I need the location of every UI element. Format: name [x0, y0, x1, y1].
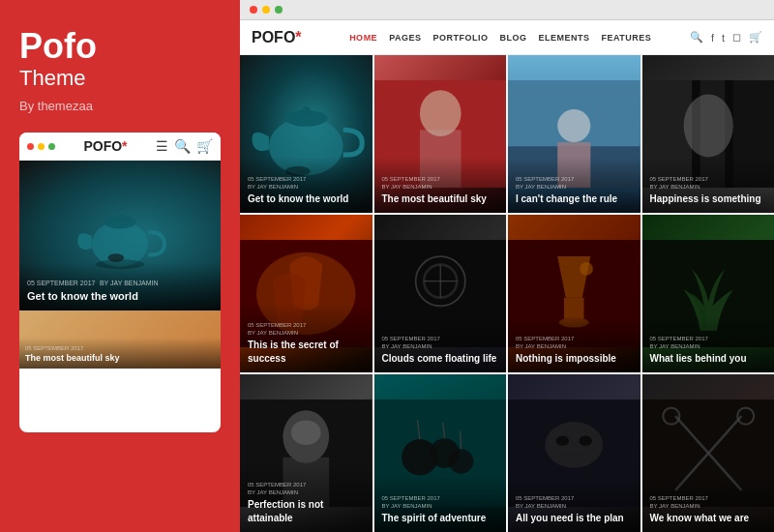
grid-item-10[interactable]: 05 SEPTEMBER 2017 BY JAY BENJAMIN All yo… [508, 374, 640, 532]
grid-date-11: 05 SEPTEMBER 2017 [650, 495, 767, 501]
browser-dot-green [275, 6, 283, 14]
grid-overlay-7: 05 SEPTEMBER 2017 BY JAY BENJAMIN What l… [642, 316, 775, 373]
grid-title-6: Nothing is impossible [516, 352, 633, 366]
browser-chrome [240, 0, 774, 20]
grid-date-7: 05 SEPTEMBER 2017 [650, 336, 767, 341]
grid-item-8[interactable]: 05 SEPTEMBER 2017 BY JAY BENJAMIN Perfec… [240, 374, 372, 532]
grid-overlay-11: 05 SEPTEMBER 2017 BY JAY BENJAMIN We kno… [642, 476, 775, 533]
grid-author-10: BY JAY BENJAMIN [516, 503, 633, 509]
grid-item-7[interactable]: 05 SEPTEMBER 2017 BY JAY BENJAMIN What l… [642, 215, 775, 372]
grid-item-9[interactable]: 05 SEPTEMBER 2017 BY JAY BENJAMIN The sp… [374, 374, 507, 532]
grid-date-1: 05 SEPTEMBER 2017 [382, 176, 499, 182]
instagram-icon[interactable]: ◻ [732, 31, 741, 44]
svg-point-2 [117, 214, 124, 221]
browser-dot-yellow [262, 6, 270, 14]
mobile-hero-author: BY JAY BENJAMIN [100, 280, 159, 286]
mobile-dots [27, 143, 55, 150]
site-logo: POFO* [252, 29, 302, 46]
grid-container: 05 SEPTEMBER 2017 BY JAY BENJAMIN Get to… [240, 55, 774, 532]
grid-item-11[interactable]: 05 SEPTEMBER 2017 BY JAY BENJAMIN We kno… [642, 374, 775, 532]
brand-name: Pofo [19, 29, 221, 64]
site-nav-links: HOME PAGES PORTFOLIO BLOG ELEMENTS FEATU… [321, 33, 680, 43]
grid-title-9: The spirit of adventure [382, 512, 499, 525]
mobile-hero: 05 SEPTEMBER 2017 BY JAY BENJAMIN Get to… [19, 161, 221, 310]
mobile-dot-yellow [38, 143, 45, 150]
twitter-icon[interactable]: t [722, 32, 725, 44]
grid-overlay-2: 05 SEPTEMBER 2017 BY JAY BENJAMIN I can'… [508, 157, 640, 214]
browser-dot-red [250, 6, 257, 14]
svg-point-7 [302, 106, 311, 115]
grid-overlay-9: 05 SEPTEMBER 2017 BY JAY BENJAMIN The sp… [374, 476, 507, 533]
grid-date-2: 05 SEPTEMBER 2017 [516, 176, 633, 182]
grid-title-1: The most beautiful sky [382, 192, 499, 206]
grid-date-9: 05 SEPTEMBER 2017 [382, 495, 499, 501]
mobile-logo: POFO* [83, 138, 127, 154]
mobile-preview: POFO* ☰ 🔍 🛒 [19, 133, 221, 432]
grid-author-9: BY JAY BENJAMIN [382, 503, 499, 509]
brand-by: By themezaa [19, 99, 221, 113]
mobile-search-icon[interactable]: 🔍 [174, 138, 191, 154]
nav-elements[interactable]: ELEMENTS [538, 33, 589, 43]
left-panel: Pofo Theme By themezaa POFO* ☰ 🔍 🛒 [0, 0, 240, 532]
nav-features[interactable]: FEATURES [601, 33, 651, 43]
mobile-hero-date: 05 SEPTEMBER 2017 [27, 280, 95, 286]
grid-item-1[interactable]: 05 SEPTEMBER 2017 BY JAY BENJAMIN The mo… [374, 55, 507, 213]
mobile-dot-green [48, 143, 55, 150]
grid-item-6[interactable]: 05 SEPTEMBER 2017 BY JAY BENJAMIN Nothin… [508, 215, 640, 372]
site-nav-right: 🔍 f t ◻ 🛒 [690, 31, 762, 44]
grid-date-3: 05 SEPTEMBER 2017 [650, 176, 767, 182]
grid-author-4: BY JAY BENJAMIN [248, 330, 365, 336]
site-nav: POFO* HOME PAGES PORTFOLIO BLOG ELEMENTS… [240, 20, 774, 55]
grid-author-5: BY JAY BENJAMIN [382, 343, 499, 349]
grid-author-0: BY JAY BENJAMIN [248, 184, 365, 190]
grid-title-0: Get to know the world [248, 192, 365, 206]
grid-author-1: BY JAY BENJAMIN [382, 184, 499, 190]
mobile-dot-red [27, 143, 34, 150]
grid-date-6: 05 SEPTEMBER 2017 [516, 336, 633, 341]
mobile-top-bar: POFO* ☰ 🔍 🛒 [19, 133, 221, 161]
mobile-nav-icons: ☰ 🔍 🛒 [156, 138, 213, 154]
right-panel: POFO* HOME PAGES PORTFOLIO BLOG ELEMENTS… [240, 0, 774, 532]
cart-icon[interactable]: 🛒 [749, 31, 762, 44]
search-icon[interactable]: 🔍 [690, 31, 703, 44]
grid-title-3: Happiness is something [650, 192, 767, 206]
grid-item-3[interactable]: 05 SEPTEMBER 2017 BY JAY BENJAMIN Happin… [642, 55, 775, 213]
nav-blog[interactable]: BLOG [499, 33, 526, 43]
grid-overlay-4: 05 SEPTEMBER 2017 BY JAY BENJAMIN This i… [240, 303, 372, 372]
grid-item-5[interactable]: 05 SEPTEMBER 2017 BY JAY BENJAMIN Clouds… [374, 215, 507, 372]
mobile-cart-icon[interactable]: 🛒 [196, 138, 213, 154]
grid-author-6: BY JAY BENJAMIN [516, 343, 633, 349]
grid-author-11: BY JAY BENJAMIN [650, 503, 767, 509]
grid-overlay-5: 05 SEPTEMBER 2017 BY JAY BENJAMIN Clouds… [374, 316, 507, 373]
site-logo-asterisk: * [295, 29, 301, 45]
grid-author-8: BY JAY BENJAMIN [248, 489, 365, 495]
mobile-card-preview: 05 SEPTEMBER 2017 The most beautiful sky [19, 310, 221, 369]
mobile-logo-asterisk: * [122, 138, 127, 154]
grid-author-3: BY JAY BENJAMIN [650, 184, 767, 190]
grid-author-2: BY JAY BENJAMIN [516, 184, 633, 190]
grid-date-4: 05 SEPTEMBER 2017 [248, 322, 365, 328]
mobile-menu-icon[interactable]: ☰ [156, 138, 168, 154]
grid-title-7: What lies behind you [650, 352, 767, 366]
grid-title-2: I can't change the rule [516, 192, 633, 206]
grid-overlay-1: 05 SEPTEMBER 2017 BY JAY BENJAMIN The mo… [374, 157, 507, 214]
nav-portfolio[interactable]: PORTFOLIO [432, 33, 488, 43]
nav-pages[interactable]: PAGES [389, 33, 421, 43]
grid-item-2[interactable]: 05 SEPTEMBER 2017 BY JAY BENJAMIN I can'… [508, 55, 640, 213]
grid-author-7: BY JAY BENJAMIN [650, 343, 767, 349]
grid-overlay-3: 05 SEPTEMBER 2017 BY JAY BENJAMIN Happin… [642, 157, 775, 214]
grid-overlay-6: 05 SEPTEMBER 2017 BY JAY BENJAMIN Nothin… [508, 316, 640, 373]
grid-overlay-10: 05 SEPTEMBER 2017 BY JAY BENJAMIN All yo… [508, 476, 640, 533]
grid-date-10: 05 SEPTEMBER 2017 [516, 495, 633, 501]
nav-home[interactable]: HOME [349, 33, 377, 43]
facebook-icon[interactable]: f [711, 32, 714, 44]
grid-title-10: All you need is the plan [516, 512, 633, 525]
svg-point-4 [108, 253, 125, 261]
grid-title-5: Clouds come floating life [382, 352, 499, 366]
grid-item-0[interactable]: 05 SEPTEMBER 2017 BY JAY BENJAMIN Get to… [240, 55, 372, 213]
grid-date-5: 05 SEPTEMBER 2017 [382, 336, 499, 341]
grid-item-4[interactable]: 05 SEPTEMBER 2017 BY JAY BENJAMIN This i… [240, 215, 372, 372]
grid-overlay-8: 05 SEPTEMBER 2017 BY JAY BENJAMIN Perfec… [240, 462, 372, 532]
grid-title-4: This is the secret of success [248, 339, 365, 365]
grid-date-8: 05 SEPTEMBER 2017 [248, 482, 365, 488]
